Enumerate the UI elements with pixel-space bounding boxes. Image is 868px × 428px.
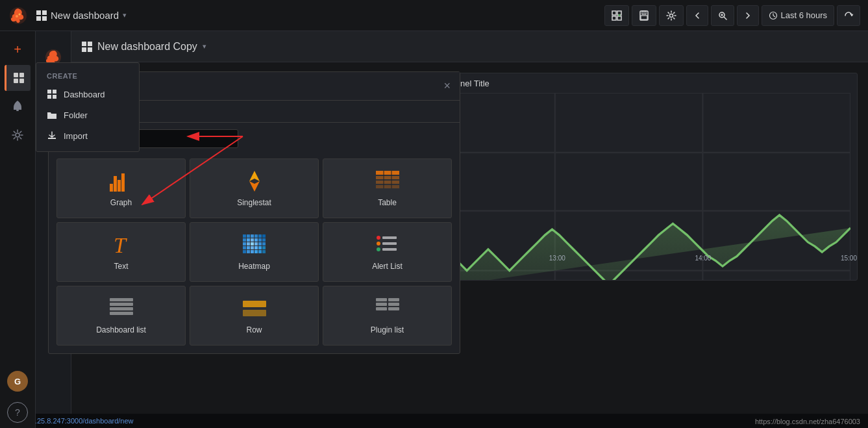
panel-option-heatmap[interactable]: Heatmap [190,222,319,282]
dashboard-title-container[interactable]: New dashboard ▾ [36,10,127,21]
svg-rect-5 [612,16,616,20]
help-button[interactable]: ? [7,402,28,423]
svg-rect-71 [258,246,262,249]
svg-point-83 [377,247,380,251]
svg-rect-73 [243,250,246,253]
svg-point-2 [19,13,21,15]
create-folder-item[interactable]: Folder [36,105,139,125]
svg-rect-57 [251,238,254,242]
sidebar-item-alert[interactable] [5,94,31,120]
create-dropdown: Create Dashboard Folder [36,62,140,152]
svg-line-15 [724,17,726,19]
svg-rect-110 [82,47,86,52]
main-wrapper: + G ? Create [0,31,868,428]
user-avatar[interactable]: G [7,371,28,392]
import-icon [47,131,57,141]
dashboard-copy-title-container[interactable]: New dashboard Copy ▾ [82,41,206,53]
sidebar-item-add[interactable]: + [5,36,31,62]
panel-option-row[interactable]: Row [190,286,319,346]
forward-button[interactable] [737,5,759,26]
svg-rect-43 [376,176,399,179]
svg-rect-90 [243,310,266,316]
svg-text:T: T [114,233,127,257]
create-folder-label: Folder [64,110,88,120]
grafana-logo[interactable] [8,5,29,26]
x-label-6: 15:00 [841,255,857,262]
svg-rect-27 [47,90,51,94]
svg-rect-38 [118,180,121,192]
svg-rect-21 [14,73,18,77]
panel-option-graph[interactable]: Graph [56,158,186,218]
dashboard-copy-arrow[interactable]: ▾ [203,42,206,51]
svg-rect-89 [243,301,266,307]
status-bar: http://118.25.8.247:3000/dashboard/new [0,414,868,428]
panel-option-text[interactable]: T Text [56,222,186,282]
svg-point-13 [670,14,673,17]
panel-option-alert-list[interactable]: Alert List [323,222,452,282]
svg-rect-30 [53,95,56,99]
svg-rect-96 [388,307,399,310]
back-button[interactable] [686,5,708,26]
dashboard-list-label: Dashboard list [96,325,146,334]
create-dashboard-item[interactable]: Dashboard [36,84,139,105]
svg-rect-54 [262,234,266,238]
svg-rect-63 [251,242,254,245]
sidebar-item-home[interactable] [5,65,31,91]
settings-button[interactable] [659,5,684,26]
svg-rect-58 [254,238,258,242]
svg-rect-74 [247,250,250,253]
svg-rect-75 [251,250,254,253]
row-icon [243,297,266,320]
svg-rect-44 [376,181,399,184]
svg-rect-86 [110,303,133,306]
text-label: Text [114,262,128,271]
plugin-list-icon [376,297,399,320]
svg-rect-37 [114,176,117,192]
svg-rect-84 [382,248,397,251]
refresh-button[interactable] [837,5,860,26]
x-label-5: 14:00 [695,255,711,262]
create-import-item[interactable]: Import [36,125,139,146]
svg-rect-53 [258,234,262,238]
dashboard-list-icon [110,297,133,320]
svg-rect-82 [382,242,397,245]
dashboard-copy-title: New dashboard Copy [97,41,197,53]
svg-rect-11 [641,16,647,19]
alert-list-icon [376,233,399,257]
svg-rect-87 [110,307,133,310]
dashboard-dropdown-arrow[interactable]: ▾ [123,11,127,19]
panel-option-table[interactable]: Table [323,158,452,218]
bottom-right-text: https://blog.csdn.net/zha6476003 [755,418,860,425]
svg-rect-52 [254,234,258,238]
table-icon [376,170,399,193]
svg-rect-65 [258,242,262,245]
svg-rect-59 [258,238,262,242]
svg-rect-6 [617,16,621,20]
svg-rect-92 [388,298,399,301]
svg-rect-108 [82,42,86,46]
zoom-button[interactable] [711,5,734,26]
time-range-picker[interactable]: Last 6 hours [762,5,834,26]
svg-rect-70 [254,246,258,249]
svg-rect-78 [262,250,266,253]
svg-rect-23 [14,79,18,83]
sidebar-item-settings[interactable] [5,122,31,148]
heatmap-label: Heatmap [238,262,270,271]
folder-icon [47,110,57,120]
dialog-close-button[interactable]: × [434,79,460,93]
singlestat-label: Singlestat [237,198,271,207]
topbar: New dashboard ▾ [0,0,868,31]
add-panel-button[interactable] [604,5,629,26]
panel-option-dashboard-list[interactable]: Dashboard list [56,286,186,346]
svg-rect-85 [110,298,133,301]
row-label: Row [246,325,262,334]
save-dashboard-button[interactable] [632,5,656,26]
svg-rect-60 [262,238,266,242]
panel-option-singlestat[interactable]: Singlestat [190,158,319,218]
svg-rect-28 [53,90,56,94]
svg-rect-49 [243,234,246,238]
svg-rect-55 [243,238,246,242]
panel-option-plugin-list[interactable]: Plugin list [323,286,452,346]
svg-rect-72 [262,246,266,249]
svg-rect-45 [376,185,399,188]
